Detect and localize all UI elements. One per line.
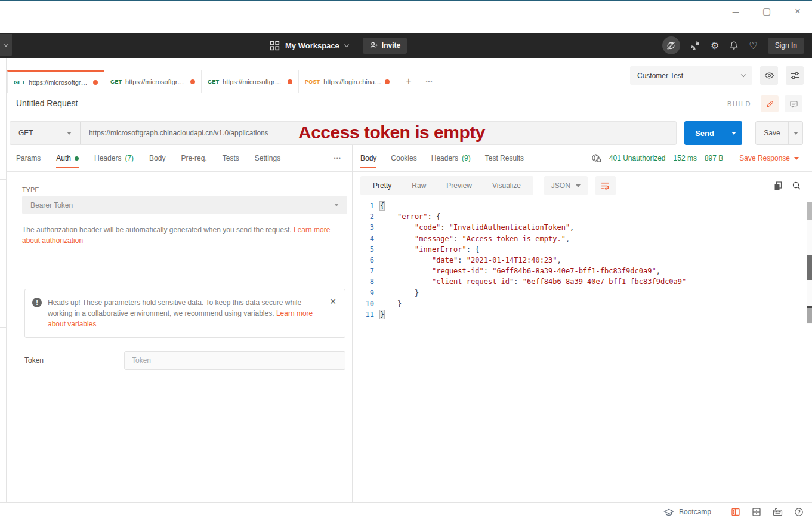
request-tabs-bar: GET https://microsoftgraph.chinaclo... G…	[7, 58, 812, 93]
indent-guide	[440, 255, 440, 287]
format-select[interactable]: JSON	[544, 176, 588, 195]
environment-selector[interactable]: Customer Test	[630, 66, 752, 85]
request-subtab[interactable]: Pre-req.	[181, 145, 206, 172]
environment-preview-eye-button[interactable]	[760, 66, 778, 85]
response-subtab[interactable]: Body	[360, 145, 376, 172]
send-options-caret[interactable]	[725, 121, 742, 145]
code-line: 6 "date": "2021-01-14T12:40:23",	[353, 255, 802, 266]
sync-disabled-icon[interactable]	[662, 36, 680, 54]
environment-quick-look-button[interactable]	[786, 66, 804, 85]
response-view-toolbar: Pretty Raw Preview Visualize JSON	[360, 176, 801, 195]
sidebar-collapse-menu[interactable]	[0, 34, 12, 56]
request-subtab[interactable]: Body	[149, 145, 165, 172]
save-button[interactable]: Save	[755, 121, 803, 145]
close-icon[interactable]: ✕	[329, 297, 336, 329]
view-mode-button[interactable]: Visualize	[482, 176, 531, 195]
code-text: "request-id": "6eff84b6-8a39-40e7-bff1-f…	[380, 267, 660, 275]
help-icon[interactable]	[794, 507, 804, 517]
notifications-bell-icon[interactable]	[729, 41, 739, 50]
code-line: 10 }	[353, 298, 802, 309]
editor-scrollbar-thumb[interactable]	[807, 306, 812, 323]
view-mode-button[interactable]: Pretty	[363, 176, 402, 195]
tab-options-button[interactable]: •••	[419, 70, 439, 93]
workspace-name: My Workspace	[285, 41, 339, 50]
search-icon[interactable]	[792, 181, 801, 190]
view-mode-button[interactable]: Preview	[436, 176, 482, 195]
subtab-label: Tests	[223, 154, 239, 162]
request-header: Untitled Request BUILD	[7, 93, 812, 121]
auth-type-label: TYPE	[22, 186, 39, 193]
tab-url-label: https://microsoftgraph.chinaclo...	[125, 78, 187, 85]
line-number: 9	[353, 289, 380, 297]
settings-gear-icon[interactable]: ⚙	[711, 40, 719, 51]
tab-url-label: https://login.chinacloudapi.cn/...	[323, 78, 381, 85]
maximize-icon[interactable]: ▢	[758, 4, 775, 19]
signin-label: Sign In	[775, 41, 797, 50]
bootcamp-button[interactable]: Bootcamp	[663, 508, 711, 517]
token-input[interactable]	[124, 351, 345, 370]
edit-pencil-button[interactable]	[761, 95, 779, 112]
request-subtab[interactable]: Headers (7)	[94, 145, 134, 172]
indent-guide	[387, 211, 387, 309]
response-time[interactable]: 152 ms	[674, 154, 697, 162]
subtab-label: Settings	[255, 154, 280, 162]
url-builder-row: GET Access token is empty Send Save	[10, 121, 803, 145]
window-scrollbar-thumb[interactable]	[807, 255, 812, 280]
response-pane: Body Cookies Headers (9) Test Results	[353, 145, 812, 502]
editor-scrollbar-thumb[interactable]	[807, 202, 812, 220]
save-response-button[interactable]: Save Response	[739, 154, 799, 162]
subtab-label: Test Results	[485, 154, 524, 162]
request-subtab[interactable]: Auth	[56, 145, 79, 172]
send-button[interactable]: Send	[684, 121, 742, 145]
request-file-tab[interactable]: POST https://login.chinacloudapi.cn/...	[299, 70, 396, 93]
tab-method-label: POST	[305, 79, 320, 85]
code-text: "code": "InvalidAuthenticationToken",	[380, 223, 574, 232]
close-icon[interactable]: ×	[789, 4, 806, 19]
unsaved-dot-icon	[288, 79, 292, 84]
method-select[interactable]: GET	[10, 121, 81, 145]
line-number: 4	[353, 235, 380, 243]
response-subtab[interactable]: Cookies	[391, 145, 416, 172]
request-title[interactable]: Untitled Request	[16, 98, 78, 108]
view-mode-button[interactable]: Raw	[402, 176, 436, 195]
sensitive-data-warning: ! Heads up! These parameters hold sensit…	[24, 289, 345, 338]
response-size[interactable]: 897 B	[705, 154, 723, 162]
capture-requests-icon[interactable]	[690, 41, 700, 51]
invite-button[interactable]: Invite	[363, 38, 407, 54]
request-subtab[interactable]: Params	[16, 145, 41, 172]
subtabs-more-button[interactable]: •••	[334, 155, 341, 161]
new-tab-button[interactable]: +	[399, 70, 419, 93]
collapsed-sidebar-strip[interactable]	[0, 58, 7, 502]
wrap-text-button[interactable]	[595, 176, 616, 195]
comment-button[interactable]	[785, 95, 802, 112]
auth-panel: TYPE Bearer Token The authorization head…	[7, 172, 352, 502]
request-file-tab[interactable]: GET https://microsoftgraph.chinaclo...	[202, 70, 299, 93]
subtab-label: Body	[360, 154, 376, 162]
url-input[interactable]	[81, 121, 677, 145]
code-line: 3 "code": "InvalidAuthenticationToken",	[353, 222, 802, 233]
save-options-caret[interactable]	[788, 122, 802, 144]
workspace-switcher[interactable]: My Workspace	[270, 41, 348, 51]
graduation-cap-icon	[663, 508, 674, 517]
two-pane-view-icon[interactable]	[752, 507, 761, 517]
code-line: 1 {	[353, 201, 802, 211]
subtab-label: Cookies	[391, 154, 416, 162]
build-browse-toggle-icon[interactable]	[731, 507, 740, 517]
status-code[interactable]: 401 Unauthorized	[609, 154, 666, 162]
request-file-tab[interactable]: GET https://microsoftgraph.chinaclo...	[104, 70, 202, 93]
unsaved-dot-icon	[93, 80, 98, 85]
auth-description: The authorization header will be automat…	[22, 224, 338, 246]
response-subtab[interactable]: Test Results	[485, 145, 524, 172]
request-file-tab[interactable]: GET https://microsoftgraph.chinaclo...	[7, 70, 104, 93]
minimize-icon[interactable]: ─	[727, 4, 744, 19]
environment-name: Customer Test	[637, 72, 683, 80]
response-body-editor[interactable]: 1 { 2 "error": { 3 "code": "InvalidAuthe…	[353, 201, 802, 502]
response-subtab[interactable]: Headers (9)	[431, 145, 471, 172]
signin-button[interactable]: Sign In	[768, 38, 804, 54]
copy-icon[interactable]	[773, 181, 783, 190]
heart-icon[interactable]: ♡	[749, 40, 757, 51]
auth-type-select[interactable]: Bearer Token	[22, 196, 347, 214]
request-subtab[interactable]: Settings	[255, 145, 280, 172]
shortcuts-keyboard-icon[interactable]	[773, 507, 783, 517]
request-subtab[interactable]: Tests	[223, 145, 239, 172]
